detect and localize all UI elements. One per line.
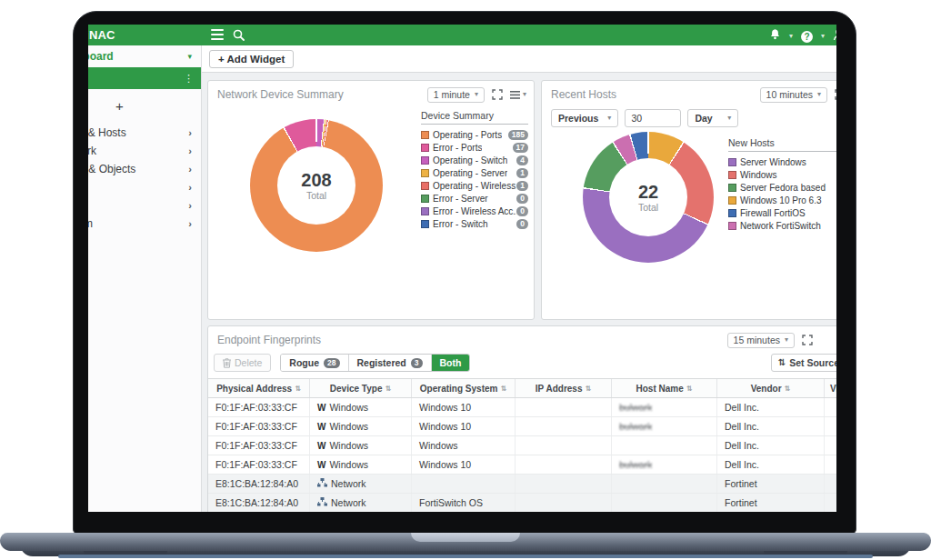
legend-item[interactable]: Server Windows: [728, 156, 836, 168]
period-unit-select[interactable]: Day▾: [687, 109, 738, 127]
count-badge: 1: [516, 168, 528, 178]
widget-menu-icon[interactable]: ▾: [510, 91, 526, 99]
chevron-down-icon: ▾: [785, 336, 788, 344]
time-range-dropdown[interactable]: 10 minutes▾: [760, 87, 827, 103]
filter-registered-button[interactable]: Registered 3: [349, 355, 432, 371]
sidebar-add-dashboard-button[interactable]: +: [88, 98, 201, 113]
user-profile-icon[interactable]: [833, 28, 836, 45]
swatch: [728, 184, 736, 192]
sidebar-item-portal[interactable]: Portal›: [88, 178, 201, 196]
widget-title: Endpoint Fingerprints: [217, 334, 321, 346]
laptop-screen: FortiNAC ▾ ? ▾: [88, 25, 836, 512]
widget-endpoint-fingerprints: Endpoint Fingerprints 15 minutes▾: [207, 325, 836, 512]
swatch: [728, 209, 736, 217]
device-summary-donut-chart[interactable]: 208 Total: [250, 119, 383, 252]
expand-icon[interactable]: [834, 88, 836, 101]
count-badge: 0: [516, 194, 528, 204]
legend-item[interactable]: Firewall FortiOS: [728, 207, 836, 219]
donut-total-label: Total: [306, 190, 326, 201]
widget-title: Recent Hosts: [551, 88, 616, 101]
previous-select[interactable]: Previous▾: [551, 109, 618, 127]
table-row[interactable]: F0:1F:AF:03:33:CF WWindows Windows Dell …: [208, 436, 836, 455]
sort-icon: ⇅: [500, 385, 506, 393]
legend-item[interactable]: Error - Switch0: [421, 218, 528, 230]
bell-icon[interactable]: [769, 28, 781, 45]
col-device-type[interactable]: Device Type⇅: [310, 379, 412, 397]
legend-title: New Hosts: [728, 137, 836, 152]
windows-icon: W: [317, 460, 325, 470]
header-right-icons: ▾ ? ▾: [769, 28, 836, 45]
swatch: [421, 220, 429, 228]
sidebar-dashboard-selected-item[interactable]: ⋮: [88, 67, 201, 89]
col-view[interactable]: View: [825, 379, 836, 397]
table-row[interactable]: F0:1F:AF:03:33:CF WWindows Windows 10 bu…: [208, 417, 836, 436]
legend-item[interactable]: Error - Ports17: [421, 142, 528, 154]
swatch: [421, 182, 429, 190]
sidebar-item-policy-objects[interactable]: Policy & Objects›: [88, 160, 201, 178]
time-range-dropdown[interactable]: 1 minute▾: [427, 87, 485, 103]
chevron-right-icon: ›: [188, 142, 192, 160]
col-host-name[interactable]: Host Name⇅: [612, 379, 717, 397]
legend-item[interactable]: Windows 10 Pro 6.3: [728, 195, 836, 206]
chevron-right-icon: ›: [188, 215, 192, 233]
swatch: [728, 222, 736, 230]
swatch: [728, 158, 736, 166]
legend-item[interactable]: Server Fedora based: [728, 182, 836, 194]
add-widget-button[interactable]: + Add Widget: [209, 50, 294, 68]
col-vendor[interactable]: Vendor⇅: [717, 379, 825, 397]
sidebar-item-logs[interactable]: Logs›: [88, 196, 201, 215]
col-ip-address[interactable]: IP Address⇅: [516, 379, 612, 397]
menu-hamburger-icon[interactable]: [211, 29, 224, 40]
donut-total: 208: [301, 170, 331, 190]
chevron-down-icon: ▾: [187, 45, 192, 67]
windows-icon: W: [317, 403, 325, 413]
help-dropdown-caret[interactable]: ▾: [821, 33, 825, 40]
recent-hosts-donut-chart[interactable]: 22 Total: [583, 132, 714, 263]
swatch: [421, 195, 429, 203]
device-summary-legend: Device Summary Operating - Ports185 Erro…: [421, 110, 528, 231]
sort-icon: ⇅: [295, 385, 301, 393]
donut-total: 22: [638, 182, 658, 202]
period-count-input[interactable]: [625, 109, 681, 127]
time-range-dropdown[interactable]: 15 minutes▾: [727, 333, 795, 348]
table-row[interactable]: E8:1C:BA:12:84:A0 WNetwork Fortinet: [208, 475, 836, 494]
legend-item[interactable]: Operating - Ports185: [421, 129, 528, 141]
sidebar-item-users-hosts[interactable]: Users & Hosts›: [88, 124, 201, 142]
expand-icon[interactable]: [801, 334, 814, 346]
filter-both-button[interactable]: Both: [432, 355, 470, 371]
widget-title: Network Device Summary: [217, 88, 344, 101]
table-header-row: Physical Address⇅ Device Type⇅ Operating…: [208, 378, 836, 398]
network-icon: [317, 478, 327, 487]
help-icon[interactable]: ?: [801, 31, 813, 43]
search-icon[interactable]: [233, 28, 245, 45]
sidebar-item-dashboard[interactable]: Dashboard ▾: [88, 45, 201, 67]
count-badge: 185: [508, 130, 528, 140]
col-physical-address[interactable]: Physical Address⇅: [208, 379, 310, 397]
kebab-menu-icon[interactable]: ⋮: [184, 74, 194, 84]
chevron-right-icon: ›: [188, 178, 192, 196]
endpoint-table: Physical Address⇅ Device Type⇅ Operating…: [208, 378, 836, 512]
legend-item[interactable]: Network FortiSwitch: [728, 220, 836, 232]
swatch: [728, 171, 736, 179]
delete-button[interactable]: Delete: [214, 354, 271, 372]
sidebar-item-network[interactable]: Network›: [88, 142, 201, 160]
bell-dropdown-caret[interactable]: ▾: [789, 33, 793, 40]
table-row[interactable]: F0:1F:AF:03:33:CF WWindows Windows 10 bu…: [208, 398, 836, 417]
swatch: [421, 131, 429, 139]
sidebar-item-system[interactable]: System›: [88, 215, 201, 233]
recent-hosts-controls: Previous▾ Day▾: [551, 109, 738, 127]
windows-icon: W: [317, 422, 325, 432]
set-source-button[interactable]: ⇅ Set Source: [771, 354, 836, 372]
expand-icon[interactable]: [491, 88, 504, 101]
legend-item[interactable]: Error - Server0: [421, 193, 528, 205]
table-row[interactable]: E8:1C:BA:12:84:A0 WNetwork FortiSwitch O…: [208, 494, 836, 512]
legend-item[interactable]: Error - Wireless Acc...0: [421, 205, 528, 217]
chevron-right-icon: ›: [188, 160, 192, 178]
legend-item[interactable]: Windows: [728, 169, 836, 181]
legend-item[interactable]: Operating - Switch4: [421, 155, 528, 166]
table-row[interactable]: F0:1F:AF:03:33:CF WWindows Windows 10 bu…: [208, 455, 836, 475]
legend-item[interactable]: Operating - Server1: [421, 167, 528, 179]
col-operating-system[interactable]: Operating System⇅: [412, 379, 516, 397]
filter-rogue-button[interactable]: Rogue 28: [281, 355, 348, 371]
legend-item[interactable]: Operating - Wireless...1: [421, 180, 528, 192]
